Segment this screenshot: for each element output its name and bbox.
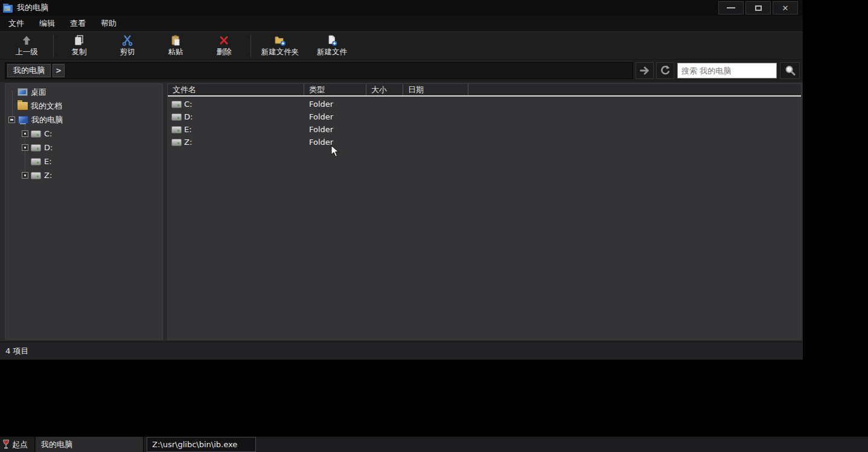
file-manager-window: 我的电脑 ✕ 文件 编辑 查看 帮助 上一级 复制 (0, 0, 803, 360)
table-row[interactable]: C: Folder (168, 98, 801, 110)
title-bar: 我的电脑 ✕ (0, 0, 803, 16)
address-bar[interactable]: 我的电脑 > (5, 62, 633, 79)
window-title: 我的电脑 (17, 2, 48, 13)
new-file-button[interactable]: 新建文件 (310, 33, 354, 59)
menu-edit[interactable]: 编辑 (38, 17, 56, 30)
file-list-panel: 文件名 类型 大小 日期 C: Folder D: Folder E: Fold… (167, 83, 802, 340)
expand-expander-icon[interactable] (22, 130, 28, 137)
cut-icon (121, 34, 133, 46)
tree-item-drive-z[interactable]: Z: (5, 168, 162, 182)
tree-item-desktop[interactable]: 桌面 (5, 85, 162, 99)
up-arrow-icon (21, 34, 33, 46)
start-button-label: 起点 (12, 439, 28, 450)
desktop-icon (18, 88, 28, 96)
copy-button[interactable]: 复制 (57, 33, 101, 59)
search-input[interactable] (677, 63, 777, 78)
folder-tree-panel: 桌面 我的文档 我的电脑 C: D: E: Z: (5, 83, 163, 340)
expand-expander-icon[interactable] (22, 144, 28, 151)
column-header-date[interactable]: 日期 (403, 84, 468, 95)
minimize-icon (727, 7, 735, 8)
toolbar-separator (53, 34, 54, 57)
drive-icon (31, 144, 41, 151)
start-button[interactable]: 起点 (0, 437, 35, 452)
column-header-name[interactable]: 文件名 (168, 84, 304, 95)
tree-item-drive-c[interactable]: C: (5, 127, 162, 141)
delete-button[interactable]: 删除 (202, 33, 246, 59)
expand-expander-icon[interactable] (22, 172, 28, 179)
tree-item-drive-e[interactable]: E: (5, 154, 162, 168)
refresh-button[interactable] (656, 62, 674, 79)
column-header-size[interactable]: 大小 (366, 84, 403, 95)
chevron-right-icon: > (56, 66, 62, 75)
new-folder-icon (274, 34, 286, 46)
taskbar: 起点 我的电脑 Z:\usr\glibc\bin\ib.exe (0, 436, 868, 452)
table-row[interactable]: D: Folder (168, 110, 801, 123)
toolbar-separator (251, 34, 251, 57)
tree-item-drive-d[interactable]: D: (5, 141, 162, 154)
menu-help[interactable]: 帮助 (100, 17, 118, 30)
search-icon (784, 65, 796, 77)
toolbar: 上一级 复制 剪切 粘贴 (0, 31, 803, 59)
cut-button[interactable]: 剪切 (106, 33, 149, 59)
go-arrow-icon (639, 65, 651, 77)
address-row: 我的电脑 > (0, 59, 803, 82)
app-icon (2, 3, 13, 13)
maximize-button[interactable] (745, 1, 771, 14)
paste-button[interactable]: 粘贴 (154, 33, 197, 59)
go-button[interactable] (636, 62, 654, 79)
item-count: 4 项目 (5, 346, 28, 357)
tree-item-my-documents[interactable]: 我的文档 (5, 99, 162, 113)
taskbar-item-my-computer[interactable]: 我的电脑 (36, 437, 144, 452)
mouse-cursor (331, 145, 340, 158)
drive-icon (171, 101, 182, 108)
drive-icon (31, 158, 41, 165)
menu-bar: 文件 编辑 查看 帮助 (0, 16, 803, 31)
drive-icon (31, 130, 41, 138)
drive-icon (171, 139, 182, 146)
up-level-button[interactable]: 上一级 (5, 33, 48, 59)
table-row[interactable]: Z: Folder (168, 136, 801, 148)
documents-folder-icon (18, 102, 28, 110)
collapse-expander-icon[interactable] (8, 116, 15, 123)
minimize-button[interactable] (718, 1, 744, 14)
breadcrumb[interactable]: 我的电脑 (7, 64, 51, 77)
delete-icon (218, 34, 230, 46)
drive-icon (171, 126, 182, 133)
tree-item-my-computer[interactable]: 我的电脑 (5, 113, 162, 127)
column-header-filler (468, 84, 801, 95)
wine-glass-icon (2, 439, 10, 450)
new-folder-button[interactable]: 新建文件夹 (255, 33, 305, 59)
drive-icon (171, 113, 182, 121)
drive-icon (31, 172, 41, 179)
new-file-icon (326, 34, 338, 46)
column-header-type[interactable]: 类型 (304, 84, 366, 95)
breadcrumb-chevron-button[interactable]: > (53, 64, 65, 77)
taskbar-item-ib-exe[interactable]: Z:\usr\glibc\bin\ib.exe (147, 437, 256, 452)
list-header: 文件名 类型 大小 日期 (168, 84, 801, 97)
close-icon: ✕ (782, 4, 789, 13)
status-bar: 4 项目 (0, 342, 803, 360)
refresh-icon (659, 65, 671, 77)
menu-view[interactable]: 查看 (69, 17, 87, 30)
paste-icon (170, 34, 182, 46)
computer-icon (18, 116, 28, 124)
menu-file[interactable]: 文件 (7, 17, 25, 30)
search-button[interactable] (780, 62, 800, 79)
copy-icon (73, 34, 85, 46)
maximize-icon (755, 5, 762, 11)
table-row[interactable]: E: Folder (168, 123, 801, 136)
window-controls: ✕ (716, 1, 798, 14)
close-button[interactable]: ✕ (773, 1, 798, 14)
